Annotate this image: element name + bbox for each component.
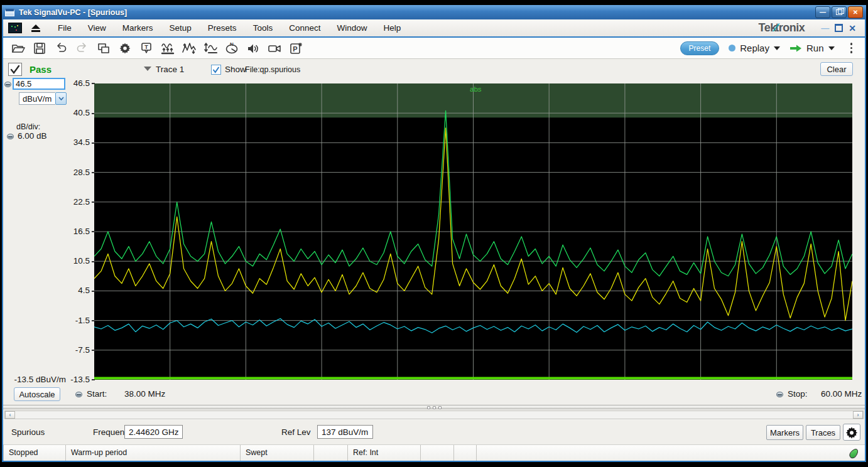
clear-button[interactable]: Clear [820, 62, 853, 76]
marker-tag-icon[interactable]: T [136, 40, 156, 57]
pass-checkbox[interactable] [8, 63, 22, 76]
ref-level-knob-icon[interactable] [4, 82, 11, 87]
restore-icon [836, 9, 842, 15]
spectrum-plot[interactable]: abs [94, 83, 852, 380]
save-icon[interactable] [30, 40, 49, 57]
trace-file-label: File:qp.spurious [245, 65, 300, 74]
show-checkbox[interactable] [211, 65, 221, 75]
y-tick-label: 40.5 [61, 108, 95, 118]
brand-logo: Tek∕tronix [759, 21, 805, 35]
audio-icon[interactable] [243, 40, 263, 57]
y-tick-label: -7.5 [61, 345, 95, 355]
menu-bar: FileViewMarkersSetupPresetsToolsConnectW… [2, 19, 866, 38]
video-capture-icon[interactable] [264, 40, 284, 57]
traces-button[interactable]: Traces [806, 425, 840, 440]
stop-freq-knob-icon[interactable] [776, 392, 783, 397]
trace-selector-label[interactable]: Trace 1 [156, 65, 184, 74]
spectrum-chart[interactable]: abs [94, 83, 852, 380]
unit-dropdown[interactable]: dBuV/m [19, 92, 67, 105]
status-cell-5 [421, 445, 454, 461]
open-icon[interactable] [8, 40, 28, 57]
status-cell-2: Swept [241, 445, 314, 461]
frequency-input[interactable] [124, 425, 183, 439]
y-tick-label: 10.5 [61, 256, 95, 266]
menu-item-window[interactable]: Window [328, 23, 375, 33]
eject-icon[interactable] [31, 24, 41, 32]
status-cell-6 [454, 445, 477, 461]
undo-icon[interactable] [51, 40, 70, 57]
run-caret-icon[interactable] [828, 46, 835, 50]
app-display-icon[interactable] [8, 23, 22, 33]
start-freq-label: Start: [87, 389, 107, 399]
db-per-div-label: dB/div: [16, 122, 40, 131]
settings-gear-icon[interactable] [115, 40, 134, 57]
trace-dropdown-caret-icon[interactable] [144, 67, 151, 71]
pass-status-label: Pass [30, 64, 52, 75]
brand-left: Tek [759, 21, 776, 35]
svg-text:T: T [144, 43, 148, 50]
app-window-icon [5, 9, 14, 16]
y-tick-label: 4.5 [61, 286, 95, 296]
scroll-track[interactable] [15, 411, 853, 419]
status-cells: StoppedWarm-up periodSweptRef: Int [3, 445, 477, 461]
menu-item-tools[interactable]: Tools [245, 23, 281, 33]
db-per-div-value[interactable]: 6.00 dB [18, 131, 47, 141]
scroll-right-button[interactable]: › [853, 411, 863, 419]
menu-items: FileViewMarkersSetupPresetsToolsConnectW… [50, 23, 409, 33]
svg-text:N: N [230, 41, 234, 47]
status-cell-4: Ref: Int [348, 445, 421, 461]
menu-item-markers[interactable]: Markers [114, 23, 161, 33]
menu-item-presets[interactable]: Presets [200, 23, 245, 33]
menu-item-file[interactable]: File [50, 23, 80, 33]
ref-level-input[interactable] [13, 78, 65, 90]
start-freq-value[interactable]: 38.00 MHz [124, 389, 165, 399]
spectrum-markers-icon[interactable] [158, 40, 177, 57]
stop-freq-value[interactable]: 60.00 MHz [821, 389, 862, 399]
restore-button[interactable] [832, 6, 847, 18]
preset-plus-icon[interactable]: P [286, 40, 305, 57]
menu-item-setup[interactable]: Setup [161, 23, 200, 33]
start-freq-knob-icon[interactable] [75, 392, 82, 397]
replay-control[interactable]: Replay [729, 43, 780, 53]
trace-search-icon[interactable] [179, 40, 198, 57]
mdi-restore-button[interactable] [835, 24, 843, 32]
title-bar[interactable]: Tek SignalVu-PC - [Spurious] — ✕ [2, 5, 866, 19]
x-axis-row: Start: 38.00 MHz Stop: 60.00 MHz [3, 388, 865, 402]
ref-lev-input[interactable] [317, 425, 373, 439]
status-cell-1: Warm-up period [66, 445, 241, 461]
mdi-close-button[interactable]: ✕ [849, 23, 856, 33]
brand-right: tronix [775, 21, 805, 35]
window-title: Tek SignalVu-PC - [Spurious] [19, 8, 127, 17]
db-per-div-knob-icon[interactable] [7, 134, 14, 139]
windows-icon[interactable] [94, 40, 113, 57]
analysis-gauge-icon[interactable]: N [222, 40, 241, 57]
bottom-level-label: -13.5 dBuV/m [3, 375, 66, 384]
splitter-bar[interactable] [3, 405, 865, 409]
measurement-display: Pass Trace 1 Show File:qp.spurious Clear… [3, 59, 865, 419]
markers-button[interactable]: Markers [766, 425, 803, 440]
gear-icon [845, 426, 859, 439]
mdi-minimize-button[interactable]: — [821, 23, 829, 33]
settings-button[interactable] [843, 424, 860, 441]
close-button[interactable]: ✕ [848, 6, 863, 18]
run-control[interactable]: Run [789, 43, 835, 53]
eco-leaf-icon [848, 447, 860, 459]
status-cell-0: Stopped [3, 445, 66, 461]
menu-item-connect[interactable]: Connect [281, 23, 328, 33]
menu-item-view[interactable]: View [80, 23, 114, 33]
unit-value: dBuV/m [19, 92, 55, 105]
scroll-left-button[interactable]: ‹ [5, 411, 15, 419]
more-options-icon[interactable] [847, 43, 857, 53]
measurement-name-label: Spurious [11, 427, 45, 437]
minimize-button[interactable]: — [815, 6, 830, 18]
splitter-grip[interactable] [420, 406, 448, 409]
ref-lev-label: Ref Lev [281, 427, 311, 437]
menu-item-help[interactable]: Help [375, 23, 409, 33]
horizontal-scrollbar[interactable]: ‹ › [4, 411, 864, 419]
bottom-control-panel: Spurious Frequency Ref Lev Markers Trace… [3, 419, 865, 445]
preset-button[interactable]: Preset [680, 41, 720, 55]
redo-icon[interactable] [72, 40, 92, 57]
amplitude-icon[interactable] [200, 40, 220, 57]
y-tick-label: 28.5 [61, 168, 95, 178]
replay-caret-icon[interactable] [774, 46, 780, 50]
